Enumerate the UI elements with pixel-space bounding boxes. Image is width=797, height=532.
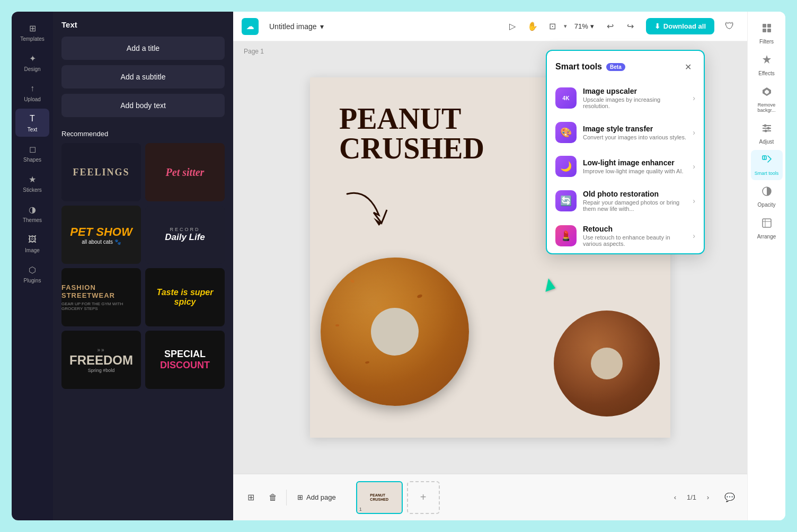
svg-rect-14 <box>763 219 771 227</box>
doc-name-btn[interactable]: Untitled image ▾ <box>265 19 328 34</box>
petshow-main-text: PET SHOW <box>70 225 132 239</box>
photo-restore-desc: Repair your damaged photos or bring them… <box>583 199 686 212</box>
add-title-button[interactable]: Add a title <box>61 37 225 60</box>
retouch-chevron: › <box>693 232 695 240</box>
image-icon: 🖼 <box>26 234 38 245</box>
zoom-chevron: ▾ <box>590 22 594 30</box>
design-icon: ✦ <box>26 52 38 64</box>
remove-bg-label: Remove backgr... <box>753 102 781 113</box>
canvas-area: ☁ Untitled image ▾ ▷ ✋ ⊡ ▾ 71% ▾ ↩ ↪ ⬇ D <box>233 12 747 520</box>
undo-btn[interactable]: ↩ <box>601 17 619 36</box>
freedom-main-text: FREEDOM <box>69 353 133 368</box>
effects-icon <box>761 54 773 68</box>
retouch-text: Retouch Use retouch to enhance beauty in… <box>583 225 686 247</box>
upscaler-desc: Upscale images by increasing resolution. <box>583 96 686 109</box>
right-tool-arrange[interactable]: Arrange <box>751 213 783 244</box>
smart-tool-photo-restore[interactable]: 🔄 Old photo restoration Repair your dama… <box>547 183 704 218</box>
template-card-petsitter[interactable]: Pet sitter <box>145 143 225 201</box>
arrow-graphic <box>336 183 400 236</box>
zoom-control[interactable]: 71% ▾ <box>569 20 599 32</box>
low-light-name: Low-light image enhancer <box>583 158 686 167</box>
freedom-sub-text: Spring #bold <box>88 368 115 373</box>
prev-page-btn[interactable]: ‹ <box>668 490 683 505</box>
effects-label: Effects <box>758 70 774 76</box>
retouch-desc: Use retouch to enhance beauty in various… <box>583 234 686 247</box>
right-tool-filters[interactable]: Filters <box>751 18 783 49</box>
shapes-icon: ◻ <box>26 143 38 155</box>
upscaler-icon: 4K <box>555 87 577 109</box>
sidebar-item-image[interactable]: 🖼 Image <box>15 229 49 258</box>
upscaler-chevron: › <box>693 94 695 102</box>
sidebar-item-plugins[interactable]: ⬡ Plugins <box>15 260 49 288</box>
low-light-desc: Improve low-light image quality with AI. <box>583 168 686 174</box>
retouch-icon: 💄 <box>555 225 577 246</box>
sidebar-item-shapes[interactable]: ◻ Shapes <box>15 139 49 167</box>
templates-icon: ⊞ <box>26 22 38 34</box>
sidebar-item-text[interactable]: T Text <box>15 109 49 137</box>
pointer-tool-btn[interactable]: ▷ <box>503 17 521 36</box>
separator <box>286 490 287 506</box>
sidebar-item-upload[interactable]: ↑ Upload <box>15 78 49 107</box>
style-transfer-desc: Convert your images into various styles. <box>583 134 686 140</box>
text-panel-title: Text <box>61 20 225 29</box>
sidebar-item-stickers[interactable]: ★ Stickers <box>15 169 49 197</box>
page-label: Page 1 <box>244 48 264 55</box>
redo-btn[interactable]: ↪ <box>622 17 640 36</box>
add-page-thumbnail[interactable]: + <box>407 481 440 514</box>
right-tool-adjust[interactable]: Adjust <box>751 118 783 149</box>
pagination: ‹ 1/1 › <box>668 490 715 505</box>
add-page-button[interactable]: ⊞ Add page <box>291 490 342 504</box>
thumb-page-num: 1 <box>359 507 362 512</box>
template-card-special[interactable]: SPECIAL DISCOUNT <box>145 331 225 389</box>
top-toolbar: ☁ Untitled image ▾ ▷ ✋ ⊡ ▾ 71% ▾ ↩ ↪ ⬇ D <box>233 12 747 41</box>
add-body-button[interactable]: Add body text <box>61 94 225 117</box>
style-transfer-icon: 🎨 <box>555 122 577 143</box>
right-tool-remove-bg[interactable]: Remove backgr... <box>751 82 783 117</box>
smart-tool-style-transfer[interactable]: 🎨 Image style transfer Convert your imag… <box>547 116 704 149</box>
adjust-icon <box>761 122 773 137</box>
filters-label: Filters <box>759 39 774 45</box>
smart-tools-title-text: Smart tools <box>555 62 602 72</box>
arrange-icon <box>761 217 773 232</box>
peanut-crushed-text: PEANUT CRUSHED <box>339 104 484 163</box>
smart-tool-low-light[interactable]: 🌙 Low-light image enhancer Improve low-l… <box>547 149 704 183</box>
download-all-button[interactable]: ⬇ Download all <box>646 18 714 34</box>
bottom-bar: ⊞ 🗑 ⊞ Add page PEANUTCRUSHED 1 + <box>233 474 747 520</box>
thumbnail-strip: PEANUTCRUSHED 1 + <box>356 481 440 514</box>
sidebar-item-label: Shapes <box>23 157 41 163</box>
page-thumbnail-1[interactable]: PEANUTCRUSHED 1 <box>356 481 403 514</box>
hand-tool-btn[interactable]: ✋ <box>524 17 542 36</box>
template-card-petshow[interactable]: PET SHOW all about cats 🐾 <box>61 206 141 264</box>
smart-tools-close-button[interactable]: ✕ <box>680 59 695 74</box>
text-icon: T <box>26 113 38 125</box>
comment-button[interactable]: 💬 <box>721 489 739 507</box>
sidebar-item-themes[interactable]: ◑ Themes <box>15 199 49 227</box>
template-card-feelings[interactable]: FEELINGS <box>61 143 141 201</box>
sidebar-item-label: Text <box>28 127 37 132</box>
template-card-freedom[interactable]: »» FREEDOM Spring #bold <box>61 331 141 389</box>
right-tool-effects[interactable]: Effects <box>751 50 783 81</box>
smart-tool-retouch[interactable]: 💄 Retouch Use retouch to enhance beauty … <box>547 218 704 253</box>
template-card-spicy[interactable]: Taste is super spicy <box>145 268 225 326</box>
shield-button[interactable]: 🛡 <box>721 17 739 36</box>
right-tools-panel: Filters Effects Remove backgr... <box>747 12 785 520</box>
sidebar-item-label: Plugins <box>24 278 41 283</box>
right-tool-smart-tools[interactable]: Smart tools <box>751 150 783 180</box>
filters-icon <box>761 22 773 37</box>
add-subtitle-button[interactable]: Add a subtitle <box>61 65 225 88</box>
smart-tools-title: Smart tools Beta <box>555 62 625 72</box>
opacity-icon <box>761 185 773 200</box>
delete-page-btn[interactable]: 🗑 <box>264 489 282 507</box>
template-card-daily[interactable]: RECORD Daily Life <box>145 206 225 264</box>
sidebar-item-design[interactable]: ✦ Design <box>15 48 49 76</box>
right-tool-opacity[interactable]: Opacity <box>751 181 783 212</box>
frame-btn[interactable]: ⊡ <box>544 17 562 36</box>
doc-name-text: Untitled image <box>269 22 317 31</box>
photo-restore-name: Old photo restoration <box>583 190 686 198</box>
smart-tool-image-upscaler[interactable]: 4K Image upscaler Upscale images by incr… <box>547 81 704 116</box>
template-card-fashion[interactable]: Fashion Streetwear GEAR UP FOR THE GYM W… <box>61 268 141 326</box>
page-thumbnail-btn[interactable]: ⊞ <box>242 489 260 507</box>
svg-rect-2 <box>767 24 771 28</box>
next-page-btn[interactable]: › <box>701 490 715 505</box>
sidebar-item-templates[interactable]: ⊞ Templates <box>15 18 49 46</box>
